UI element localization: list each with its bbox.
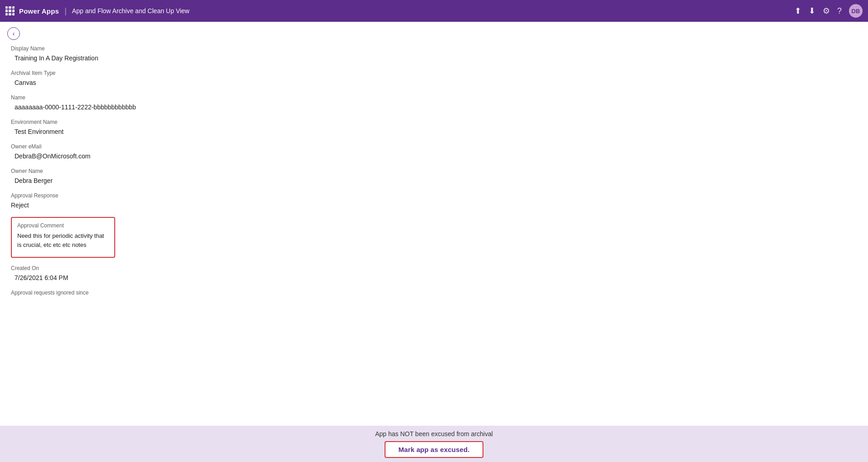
label-owner-name: Owner Name <box>11 168 857 174</box>
value-approval-comment: Need this for periodic activity that is … <box>17 231 109 249</box>
form-content: Display Name Training In A Day Registrat… <box>0 44 868 426</box>
mark-excused-button[interactable]: Mark app as excused. <box>385 441 483 458</box>
nav-right-actions: ⬆ ⬇ ⚙ ? DB <box>795 4 863 18</box>
top-navigation: Power Apps | App and Flow Archive and Cl… <box>0 0 868 22</box>
content-header: ‹ <box>0 22 868 44</box>
value-environment-name: Test Environment <box>11 127 857 136</box>
value-approval-requests-ignored <box>11 298 857 300</box>
download-icon[interactable]: ⬇ <box>809 6 815 16</box>
value-created-on: 7/26/2021 6:04 PM <box>11 273 857 282</box>
label-display-name: Display Name <box>11 45 857 52</box>
field-owner-email: Owner eMail DebraB@OnMicrosoft.com <box>11 143 857 161</box>
share-icon[interactable]: ⬆ <box>795 6 801 16</box>
title-separator: | <box>64 6 67 16</box>
label-environment-name: Environment Name <box>11 119 857 125</box>
bottom-bar: App has NOT been excused from archival M… <box>0 426 868 462</box>
field-environment-name: Environment Name Test Environment <box>11 119 857 136</box>
label-approval-response: Approval Response <box>11 192 857 199</box>
field-created-on: Created On 7/26/2021 6:04 PM <box>11 265 857 282</box>
value-owner-email: DebraB@OnMicrosoft.com <box>11 152 857 161</box>
back-button[interactable]: ‹ <box>7 27 20 40</box>
avatar[interactable]: DB <box>849 4 863 18</box>
excusal-status-text: App has NOT been excused from archival <box>375 430 493 437</box>
label-approval-comment: Approval Comment <box>17 222 109 229</box>
help-icon[interactable]: ? <box>837 6 842 16</box>
label-name: Name <box>11 94 857 101</box>
field-display-name: Display Name Training In A Day Registrat… <box>11 45 857 63</box>
label-owner-email: Owner eMail <box>11 143 857 150</box>
app-title: Power Apps <box>19 7 59 15</box>
value-display-name: Training In A Day Registration <box>11 54 857 63</box>
field-owner-name: Owner Name Debra Berger <box>11 168 857 185</box>
field-approval-response: Approval Response Reject <box>11 192 857 210</box>
value-archival-item-type: Canvas <box>11 78 857 87</box>
value-name: aaaaaaaa-0000-1111-2222-bbbbbbbbbbbb <box>11 103 857 112</box>
field-archival-item-type: Archival Item Type Canvas <box>11 70 857 87</box>
apps-grid-icon[interactable] <box>5 6 15 15</box>
approval-comment-box: Approval Comment Need this for periodic … <box>11 217 115 258</box>
label-approval-requests-ignored: Approval requests ignored since <box>11 290 857 296</box>
label-created-on: Created On <box>11 265 857 271</box>
value-owner-name: Debra Berger <box>11 176 857 185</box>
main-area: ‹ Display Name Training In A Day Registr… <box>0 22 868 462</box>
field-approval-requests-ignored: Approval requests ignored since <box>11 290 857 300</box>
field-name: Name aaaaaaaa-0000-1111-2222-bbbbbbbbbbb… <box>11 94 857 112</box>
value-approval-response: Reject <box>11 201 857 210</box>
label-archival-item-type: Archival Item Type <box>11 70 857 76</box>
section-title: App and Flow Archive and Clean Up View <box>72 7 190 15</box>
settings-icon[interactable]: ⚙ <box>823 6 830 16</box>
